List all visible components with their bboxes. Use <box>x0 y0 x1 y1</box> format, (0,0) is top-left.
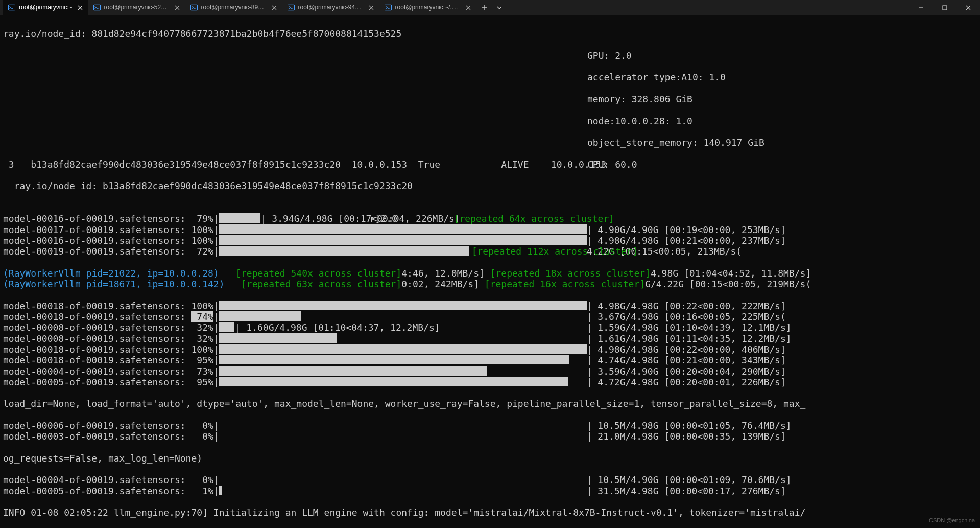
progress-line: model-00019-of-00019.safetensors: 72%|[r… <box>3 246 977 257</box>
progress-line: model-00018-of-00019.safetensors: 100%||… <box>3 344 977 355</box>
progress-line: model-00005-of-00019.safetensors: 95%|| … <box>3 377 977 387</box>
progress-line: model-00008-of-00019.safetensors: 32%|| … <box>3 322 977 333</box>
tab-2[interactable]: root@primaryvnic-899757:~ <box>185 0 282 15</box>
minimize-button[interactable] <box>910 0 933 15</box>
stat-accel: accelerator_type:A10: 1.0 <box>587 72 726 82</box>
terminal-icon <box>190 4 198 11</box>
svg-rect-4 <box>385 5 391 10</box>
tab-1[interactable]: root@primaryvnic-524981:~ <box>88 0 185 15</box>
progress-group-4: model-00004-of-00019.safetensors: 0%|| 1… <box>3 474 977 496</box>
tab-label: root@primaryvnic-524981:~ <box>104 2 170 13</box>
progress-line: model-00005-of-00019.safetensors: 1%|| 3… <box>3 486 977 496</box>
progress-line: model-00018-of-00019.safetensors: 74%|| … <box>3 311 977 322</box>
titlebar: root@primaryvnic:~ root@primaryvnic-5249… <box>0 0 980 15</box>
tab-0[interactable]: root@primaryvnic:~ <box>3 0 88 15</box>
progress-line: model-00004-of-00019.safetensors: 0%|| 1… <box>3 474 977 485</box>
progress-group-1: model-00016-of-00019.safetensors: 79%|| … <box>3 213 977 257</box>
terminal-icon <box>93 4 101 11</box>
progress-group-3: model-00006-of-00019.safetensors: 0%|| 1… <box>3 420 977 442</box>
svg-rect-0 <box>8 5 15 10</box>
stat-cpu: CPU: 60.0 <box>587 159 637 170</box>
stat-gpu: GPU: 2.0 <box>587 50 632 61</box>
progress-line: model-00018-of-00019.safetensors: 100%||… <box>3 301 977 311</box>
info-line-0: INFO 01-08 02:05:22 llm_engine.py:70] In… <box>3 507 977 518</box>
tab-4[interactable]: root@primaryvnic:~/.cache/hu <box>379 0 476 15</box>
ray-line: (RayWorkerVllm pid=21022, ip=10.0.0.28) … <box>3 268 977 279</box>
progress-line: model-00017-of-00019.safetensors: 100%||… <box>3 224 977 235</box>
new-tab-button[interactable] <box>476 0 492 15</box>
stat-mem: memory: 328.806 GiB <box>587 94 692 104</box>
progress-line: model-00016-of-00019.safetensors: 79%|| … <box>3 213 977 224</box>
window-buttons <box>910 0 980 15</box>
progress-line: model-00006-of-00019.safetensors: 0%|| 1… <box>3 420 977 431</box>
close-icon[interactable] <box>76 4 84 12</box>
terminal-icon <box>8 4 15 11</box>
tab-label: root@primaryvnic-945244:~ <box>298 2 364 13</box>
terminal-icon <box>288 4 295 11</box>
progress-line: model-00004-of-00019.safetensors: 73%|| … <box>3 366 977 377</box>
progress-group-2: model-00018-of-00019.safetensors: 100%||… <box>3 301 977 387</box>
tab-label: root@primaryvnic-899757:~ <box>201 2 267 13</box>
tab-label: root@primaryvnic:~/.cache/hu <box>395 2 461 13</box>
svg-rect-5 <box>943 6 947 10</box>
tab-label: root@primaryvnic:~ <box>19 2 73 13</box>
terminal-output[interactable]: ray.io/node_id: 881d82e94cf9407786677238… <box>0 15 980 528</box>
tab-3[interactable]: root@primaryvnic-945244:~ <box>282 0 379 15</box>
close-icon[interactable] <box>367 4 375 12</box>
svg-rect-3 <box>288 5 294 10</box>
titlebar-drag[interactable] <box>507 0 910 15</box>
node-id2-line: ray.io/node_id: b13a8fd82caef990dc483036… <box>3 180 977 191</box>
tab-dropdown-button[interactable] <box>492 0 507 15</box>
close-icon[interactable] <box>173 4 181 12</box>
maximize-button[interactable] <box>933 0 957 15</box>
stat-node: node:10.0.0.28: 1.0 <box>587 116 692 126</box>
svg-rect-2 <box>190 5 197 10</box>
close-icon[interactable] <box>270 4 278 12</box>
watermark: CSDN @engchina <box>929 515 975 526</box>
ray-lines: (RayWorkerVllm pid=21022, ip=10.0.0.28) … <box>3 268 977 290</box>
terminal-icon <box>385 4 392 11</box>
progress-line: model-00018-of-00019.safetensors: 95%|| … <box>3 355 977 365</box>
progress-line: model-00016-of-00019.safetensors: 100%||… <box>3 235 977 246</box>
node-id-line: ray.io/node_id: 881d82e94cf9407786677238… <box>3 28 977 39</box>
ray-line: (RayWorkerVllm pid=18671, ip=10.0.0.142)… <box>3 279 977 289</box>
close-icon[interactable] <box>464 4 472 12</box>
close-window-button[interactable] <box>957 0 980 15</box>
stat-obj: object_store_memory: 140.917 GiB <box>587 137 764 148</box>
progress-line: model-00003-of-00019.safetensors: 0%|| 2… <box>3 431 977 442</box>
node-row: 3 b13a8fd82caef990dc483036e319549e48ce03… <box>3 159 606 170</box>
progress-line: model-00008-of-00019.safetensors: 32%|| … <box>3 333 977 344</box>
svg-rect-1 <box>93 5 100 10</box>
load-line: load_dir=None, load_format='auto', dtype… <box>3 398 977 409</box>
og-line: og_requests=False, max_log_len=None) <box>3 453 977 464</box>
